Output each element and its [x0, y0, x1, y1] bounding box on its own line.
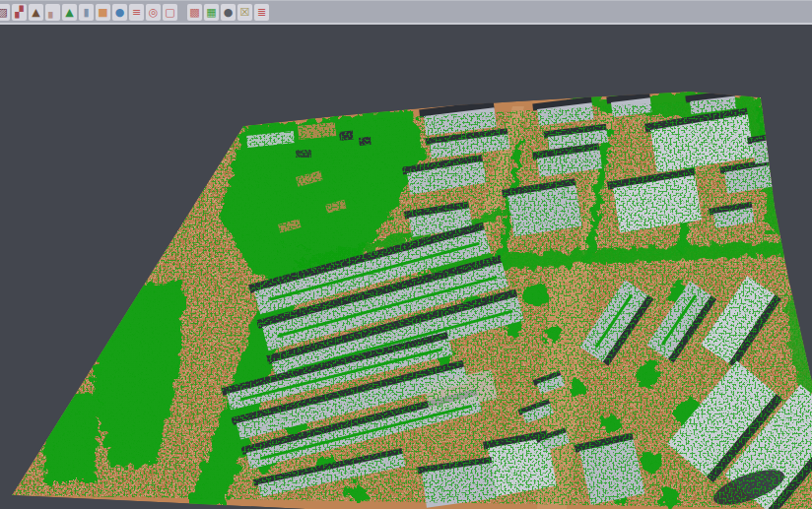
mesh-sphere-icon[interactable]: ● [221, 4, 236, 21]
profile-column-icon[interactable]: ▮ [79, 4, 94, 21]
clip-region-icon[interactable]: ▩ [187, 4, 202, 21]
globe-view-icon[interactable]: ● [112, 4, 127, 21]
toolbar: ▨▞▲▖▲▮■●≡◎▢▩▦●☒≣ [0, 0, 812, 25]
red-list-icon[interactable]: ≡ [129, 4, 144, 21]
ortho-tile-icon[interactable]: ■ [96, 4, 110, 21]
viewport-3d[interactable] [0, 0, 812, 509]
target-picker-icon[interactable]: ◎ [146, 4, 161, 21]
toolbar-separator [179, 4, 185, 21]
speckle-overlay [12, 97, 812, 509]
point-cloud-icon[interactable]: ▨ [0, 4, 10, 21]
point-cloud-scene [0, 0, 812, 509]
classified-cloud-icon[interactable]: ▦ [204, 4, 219, 21]
vegetation-model-icon[interactable]: ▲ [62, 4, 77, 21]
terrain-model-icon[interactable]: ▲ [29, 4, 43, 21]
delete-table-icon[interactable]: ☒ [237, 4, 252, 21]
layer-stripes-icon[interactable]: ≣ [254, 4, 269, 21]
sparse-points-icon[interactable]: ▖ [45, 4, 60, 21]
selection-box-icon[interactable]: ▢ [163, 4, 177, 21]
application-window: ▨▞▲▖▲▮■●≡◎▢▩▦●☒≣ [0, 0, 812, 509]
classify-points-icon[interactable]: ▞ [12, 4, 27, 21]
